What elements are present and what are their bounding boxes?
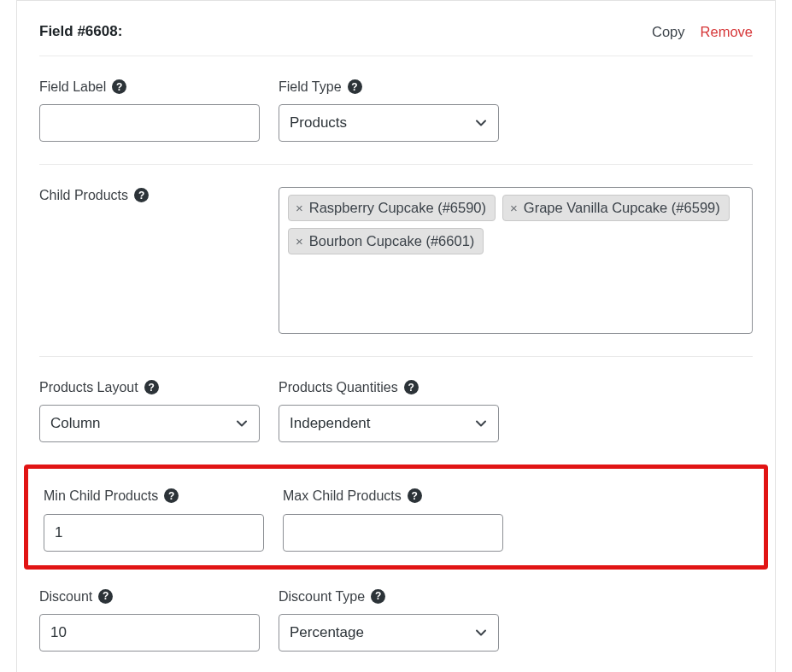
label-text: Discount Type [279,588,365,605]
col-discount-type: Discount Type ? Percentage [279,588,499,652]
help-icon[interactable]: ? [408,488,422,503]
select-value: Independent [290,415,371,432]
min-child-products-input[interactable] [44,514,264,552]
label-text: Products Layout [39,379,138,395]
discount-type-select[interactable]: Percentage [279,614,499,652]
help-icon[interactable]: ? [371,589,385,604]
remove-tag-icon[interactable]: × [296,235,303,248]
panel-header: Field #6608: Copy Remove [39,1,753,56]
chevron-down-icon [235,417,249,430]
field-config-panel: Field #6608: Copy Remove Field Label ? F… [16,0,776,672]
copy-button[interactable]: Copy [652,24,685,40]
label-min-child-products: Min Child Products ? [44,488,264,504]
help-icon[interactable]: ? [98,589,113,604]
help-icon[interactable]: ? [134,188,149,202]
field-label-input[interactable] [39,104,260,142]
product-tag: × Grape Vanilla Cupcake (#6599) [502,195,730,221]
discount-input[interactable] [39,614,260,652]
label-text: Min Child Products [44,488,158,504]
row-field-basics: Field Label ? Field Type ? Products [39,56,753,165]
product-tag: × Raspberry Cupcake (#6590) [288,195,496,221]
col-discount: Discount ? [39,588,260,652]
panel-actions: Copy Remove [652,24,753,40]
panel-title: Field #6608: [39,23,122,40]
tag-label: Raspberry Cupcake (#6590) [309,198,486,218]
label-discount-type: Discount Type ? [279,588,499,605]
products-quantities-select[interactable]: Independent [279,405,499,442]
help-icon[interactable]: ? [348,79,362,94]
label-field-type: Field Type ? [279,79,499,95]
col-products-quantities: Products Quantities ? Independent [279,379,499,442]
product-tag: × Bourbon Cupcake (#6601) [288,228,484,254]
label-max-child-products: Max Child Products ? [283,488,503,504]
col-field-label: Field Label ? [39,79,260,142]
label-text: Child Products [39,187,128,203]
col-min-child-products: Min Child Products ? [44,488,264,551]
help-icon[interactable]: ? [144,380,159,394]
col-max-child-products: Max Child Products ? [283,488,503,551]
tag-label: Bourbon Cupcake (#6601) [309,231,475,251]
help-icon[interactable]: ? [404,380,419,394]
label-text: Field Label [39,79,106,95]
label-text: Discount [39,588,92,605]
col-child-products-input: × Raspberry Cupcake (#6590) × Grape Vani… [279,187,753,334]
row-child-products: Child Products ? × Raspberry Cupcake (#6… [39,165,753,357]
select-value: Products [290,114,347,131]
label-products-layout: Products Layout ? [39,379,260,395]
help-icon[interactable]: ? [164,488,179,503]
select-value: Column [50,415,101,432]
label-text: Max Child Products [283,488,402,504]
label-child-products: Child Products ? [39,187,260,203]
max-child-products-input[interactable] [283,514,503,552]
col-child-products-label: Child Products ? [39,187,260,213]
remove-tag-icon[interactable]: × [296,202,303,214]
row-products-layout: Products Layout ? Column Products Quanti… [39,357,753,465]
row-min-max: Min Child Products ? Max Child Products … [44,488,748,551]
col-field-type: Field Type ? Products [279,79,499,142]
label-products-quantities: Products Quantities ? [279,379,499,395]
help-icon[interactable]: ? [112,79,126,94]
label-text: Field Type [279,79,342,95]
label-discount: Discount ? [39,588,260,605]
select-value: Percentage [290,624,364,641]
chevron-down-icon [474,417,488,430]
chevron-down-icon [474,626,488,640]
products-layout-select[interactable]: Column [39,405,260,442]
chevron-down-icon [474,116,488,130]
remove-button[interactable]: Remove [701,24,753,40]
highlight-annotation: Min Child Products ? Max Child Products … [24,465,768,569]
label-text: Products Quantities [279,379,398,395]
row-discount: Discount ? Discount Type ? Percentage [39,570,753,672]
label-field-label: Field Label ? [39,79,260,95]
remove-tag-icon[interactable]: × [510,202,518,214]
col-products-layout: Products Layout ? Column [39,379,260,442]
tag-label: Grape Vanilla Cupcake (#6599) [524,198,720,218]
child-products-multiselect[interactable]: × Raspberry Cupcake (#6590) × Grape Vani… [279,187,753,334]
field-type-select[interactable]: Products [279,104,499,142]
